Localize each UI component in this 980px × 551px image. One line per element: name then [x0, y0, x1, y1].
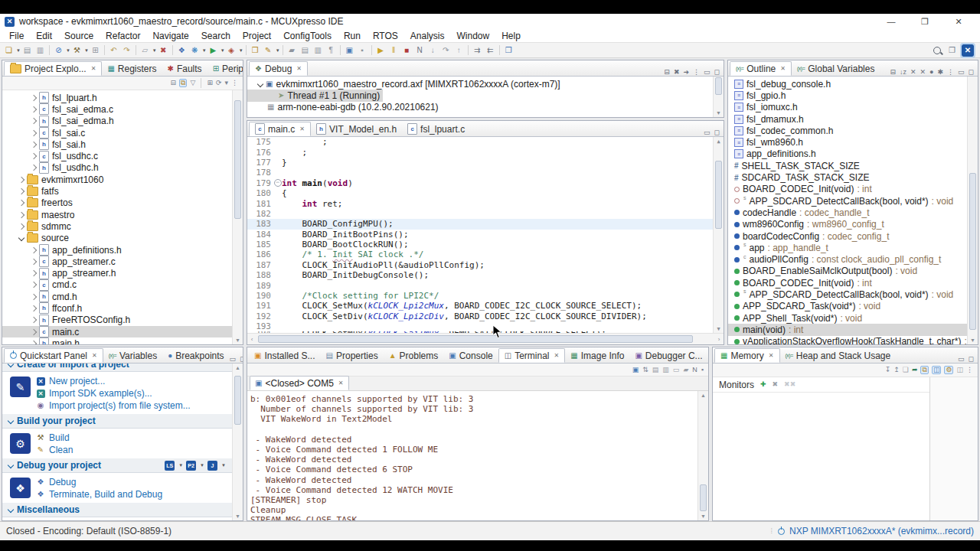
next-annotation-icon[interactable]: ▥	[312, 44, 325, 57]
link-clean[interactable]: ✎Clean	[36, 444, 73, 456]
section-chevron-icon[interactable]	[8, 507, 14, 513]
code-line-192[interactable]: 192 CLOCK_SetDiv(kCLOCK_Lpi2cDiv, BOARD_…	[247, 311, 713, 321]
tree-item-fsl-sai-edma-h[interactable]: hfsl_sai_edma.h	[2, 116, 232, 127]
scroll-right-icon[interactable]: ›	[714, 334, 724, 344]
file-search-icon[interactable]: ❒	[249, 44, 262, 57]
save-icon[interactable]: ▤	[21, 44, 34, 57]
menu-navigate[interactable]: Navigate	[146, 31, 194, 41]
tree-item-app-definitions-h[interactable]: happ_definitions.h	[2, 244, 232, 256]
tree-item-freertosconfig-h[interactable]: hFreeRTOSConfig.h	[2, 315, 232, 326]
scroll-lock-icon[interactable]: ⇅	[642, 367, 648, 373]
save-all-icon[interactable]: ▥	[34, 44, 47, 57]
chevron-right-icon[interactable]	[31, 259, 37, 265]
tab-global-variables[interactable]: (x)=Global Variables	[792, 61, 880, 76]
chevron-right-icon[interactable]	[18, 211, 24, 217]
tree-item-ffconf-h[interactable]: hffconf.h	[2, 302, 232, 314]
menu-refactor[interactable]: Refactor	[100, 31, 146, 41]
tree-item-cmd-c[interactable]: ccmd.c	[2, 279, 232, 291]
more-icon[interactable]: ⋮	[947, 69, 954, 76]
chevron-right-icon[interactable]	[31, 328, 37, 334]
scroll-down-icon[interactable]: ▼	[968, 336, 978, 344]
collapse-all-icon[interactable]: ⊟	[170, 80, 176, 86]
outline-item[interactable]: ≡fsl_codec_common.h	[728, 125, 967, 136]
tab-project-explo-[interactable]: Project Explo...✕	[4, 61, 102, 76]
outline-item[interactable]: sapp : app_handle_t	[728, 242, 967, 253]
maximize-button[interactable]: ❐	[908, 14, 942, 29]
outline-item[interactable]: BOARD_EnableSaiMclkOutput(bool) : void	[728, 266, 967, 277]
redo-icon[interactable]: ↷	[120, 44, 133, 57]
tree-item-app-streamer-c[interactable]: capp_streamer.c	[2, 256, 232, 267]
minimize-view-icon[interactable]: ▭	[704, 68, 710, 76]
chevron-right-icon[interactable]	[31, 317, 37, 323]
tab-outline[interactable]: (x)=Outline✕	[730, 61, 792, 76]
probe-dropdown-icon[interactable]: ▼	[178, 463, 183, 468]
close-tab-icon[interactable]: ✕	[299, 126, 305, 132]
tab-registers[interactable]: ▦Registers	[102, 61, 162, 76]
hide-fields-icon[interactable]: ✕	[910, 69, 916, 76]
menu-configtools[interactable]: ConfigTools	[277, 31, 338, 41]
paste-icon[interactable]: ▥	[662, 367, 669, 373]
tree-item-main-h[interactable]: hmain.h	[2, 337, 232, 344]
minimize-view-icon[interactable]: ▭	[958, 68, 965, 76]
section-chevron-icon[interactable]	[8, 462, 14, 468]
tree-item-fatfs[interactable]: fatfs	[2, 185, 232, 197]
terminate-remove-icon[interactable]: ✖	[157, 44, 170, 57]
tree-item-main-c[interactable]: cmain.c	[2, 326, 232, 337]
more-icon[interactable]: ⋮	[231, 80, 238, 86]
menu-rtos[interactable]: RTOS	[367, 31, 404, 41]
run-icon[interactable]: ▶	[207, 44, 220, 57]
collapse-all-icon[interactable]: ⊟	[890, 69, 896, 76]
tree-item-fsl-sai-h[interactable]: hfsl_sai.h	[2, 139, 232, 150]
chevron-right-icon[interactable]	[31, 129, 37, 135]
outline-item[interactable]: ≡app_definitions.h	[728, 148, 967, 160]
maximize-view-icon[interactable]: ◻	[714, 129, 720, 136]
tree-item-fsl-sai-edma-c[interactable]: cfsl_sai_edma.c	[2, 103, 232, 115]
minimize-view-icon[interactable]: ▭	[230, 355, 237, 363]
chevron-right-icon[interactable]	[31, 341, 37, 344]
p2-probe-icon[interactable]: P2	[186, 461, 196, 471]
outline-item[interactable]: ≡fsl_wm8960.h	[728, 136, 967, 148]
code-line-180[interactable]: 180{	[247, 188, 713, 198]
tab-offline-perip-[interactable]: ⊞Offline Perip...	[708, 348, 709, 363]
outline-item[interactable]: boardCodecConfig : codec_config_t	[728, 230, 967, 242]
hex-down-icon[interactable]: ↧	[885, 367, 891, 373]
annotate-dropdown-icon[interactable]: ▼	[276, 48, 280, 53]
step-into-icon[interactable]: ↓	[426, 44, 439, 57]
new-tab-icon[interactable]: ❏	[903, 367, 909, 373]
monitor-icon[interactable]: ◫	[932, 366, 942, 374]
outline-item[interactable]: ≡fsl_gpio.h	[728, 90, 967, 101]
code-line-175[interactable]: 175 ;	[247, 137, 713, 147]
code-line-190[interactable]: 190 /*Clock setting for LPI2C*/	[247, 291, 713, 301]
chevron-right-icon[interactable]	[31, 305, 37, 311]
code-line-176[interactable]: 176 ;	[247, 147, 713, 157]
code-line-186[interactable]: 186 /* 1. Init SAI clock .*/	[247, 249, 713, 259]
chevron-right-icon[interactable]	[31, 94, 37, 100]
chevron-right-icon[interactable]	[18, 176, 24, 182]
link-build[interactable]: ⚒Build	[36, 432, 73, 444]
outline-item[interactable]: sAPP_SDCARD_DetectCallBack(bool, void*) …	[728, 195, 967, 207]
code-line-183[interactable]: 183 BOARD_ConfigMPU();	[247, 219, 713, 229]
code-line-179[interactable]: 179–int main(void)	[247, 178, 713, 188]
remove-monitor-icon[interactable]: ✖	[773, 381, 779, 388]
mcux-perspective-icon[interactable]: ✕	[961, 44, 975, 57]
scroll-up-icon[interactable]: ▲	[698, 391, 708, 399]
tree-item-fsl-sai-c[interactable]: cfsl_sai.c	[2, 127, 232, 139]
scrollbar-thumb[interactable]	[234, 376, 241, 425]
scroll-down-icon[interactable]: ▼	[233, 512, 243, 520]
tab-terminal[interactable]: ◫Terminal✕	[498, 348, 566, 363]
probe-dropdown-icon[interactable]: ▼	[200, 463, 204, 468]
tab-fsl-lpuart-c[interactable]: cfsl_lpuart.c	[402, 122, 470, 136]
chevron-right-icon[interactable]	[31, 293, 37, 299]
status-target[interactable]: NXP MIMXRT1062xxxxA* (evkmimx...record)	[789, 526, 974, 536]
horizontal-scrollbar[interactable]: ‹›	[247, 333, 724, 344]
outline-item[interactable]: #SHELL_TASK_STACK_SIZE	[728, 160, 967, 171]
section-header-create-or-import-a-project[interactable]: Create or import a project	[2, 364, 232, 372]
connect-process-icon[interactable]: ➜	[683, 69, 689, 76]
fold-collapse-icon[interactable]: –	[274, 179, 282, 187]
menu-search[interactable]: Search	[195, 31, 237, 41]
code-line-188[interactable]: 188 BOARD_InitDebugConsole();	[247, 270, 713, 280]
tree-item-freertos[interactable]: freertos	[2, 197, 232, 209]
instruction-stepping-icon[interactable]: ⇉	[471, 44, 484, 57]
undo-icon[interactable]: ↶	[107, 44, 120, 57]
tab-installed-s-[interactable]: ▣Installed S...	[249, 348, 321, 363]
